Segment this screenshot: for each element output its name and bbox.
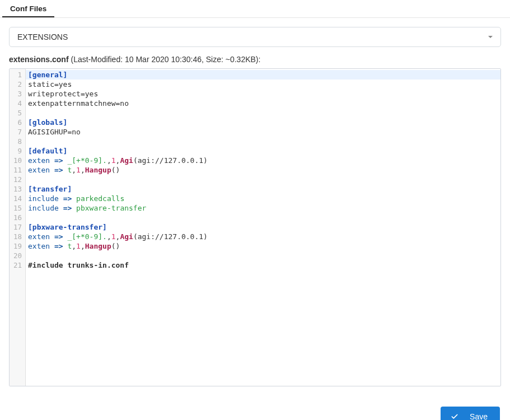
code-line[interactable] [26,108,500,118]
code-token: 1 [76,166,81,174]
code-line[interactable]: #include trunks-in.conf [26,260,500,270]
code-token: 1 [111,156,116,165]
line-gutter: 123456789101112131415161718192021 [10,69,26,386]
line-number: 20 [10,251,25,260]
save-button-label: Save [470,412,488,420]
code-line[interactable] [26,175,500,184]
check-icon [451,413,458,420]
code-line[interactable]: exten => t,1,Hangup() [26,241,500,251]
code-line[interactable]: writeprotect=yes [26,89,500,99]
code-line[interactable]: extenpatternmatchnew=no [26,99,500,108]
line-number: 19 [10,241,25,251]
content-area: EXTENSIONS extensions.conf (Last-Modifie… [0,18,510,395]
code-token: => [54,156,63,165]
code-token: #include trunks-in.conf [28,261,129,269]
code-token: (agi://127.0.0.1) [133,232,208,241]
code-token: [transfer] [28,185,72,193]
file-select[interactable]: EXTENSIONS [9,27,501,47]
code-token: Agi [120,156,133,165]
code-line[interactable] [26,213,500,222]
file-meta-text: (Last-Modified: 10 Mar 2020 10:30:46, Si… [69,55,261,64]
code-token: writeprotect=yes [28,90,98,98]
code-token: exten [28,166,50,174]
code-token: [pbxware-transfer] [28,223,107,231]
code-token [59,194,63,203]
code-token: 1 [76,242,81,250]
code-token: , [72,242,76,250]
save-button[interactable]: Save [441,407,500,420]
code-line[interactable]: static=yes [26,80,500,89]
file-name: extensions.conf [9,55,69,64]
code-token: exten [28,242,50,250]
code-token: 1 [111,232,116,241]
page-root: Conf Files EXTENSIONS extensions.conf (L… [0,0,510,420]
code-token: , [107,156,111,165]
line-number: 18 [10,232,25,241]
code-token: static=yes [28,80,72,88]
code-token: [globals] [28,118,67,127]
code-token: AGISIGHUP=no [28,128,81,136]
code-line[interactable]: exten => _[+*0-9].,1,Agi(agi://127.0.0.1… [26,232,500,241]
line-number: 15 [10,203,25,213]
line-number: 10 [10,156,25,165]
code-line[interactable]: exten => t,1,Hangup() [26,165,500,175]
code-line[interactable]: include => pbxware-transfer [26,203,500,213]
code-token: () [111,242,120,250]
code-line[interactable] [26,251,500,260]
code-line[interactable]: [pbxware-transfer] [26,222,500,232]
line-number: 3 [10,89,25,99]
code-token [50,166,54,174]
code-token: => [54,232,63,241]
code-line[interactable]: [globals] [26,118,500,127]
code-token [50,242,54,250]
line-number: 14 [10,194,25,203]
code-line[interactable]: exten => _[+*0-9].,1,Agi(agi://127.0.0.1… [26,156,500,165]
line-number: 21 [10,260,25,270]
code-token [59,204,63,212]
line-number: 2 [10,80,25,89]
line-number: 8 [10,137,25,146]
code-token [72,194,76,203]
code-token: exten [28,156,50,165]
code-line[interactable] [26,137,500,146]
tab-bar: Conf Files [0,0,510,18]
code-token: _[+*0-9]. [67,232,106,241]
code-token: () [111,166,120,174]
code-line[interactable]: [transfer] [26,184,500,194]
code-line[interactable]: [default] [26,146,500,156]
line-number: 13 [10,184,25,194]
tab-conf-files[interactable]: Conf Files [2,0,54,17]
code-token: extenpatternmatchnew=no [28,99,129,108]
code-token: => [63,194,72,203]
code-token: , [81,242,85,250]
code-token: include [28,194,59,203]
file-meta: extensions.conf (Last-Modified: 10 Mar 2… [9,55,501,64]
code-token: , [107,232,111,241]
line-number: 12 [10,175,25,184]
code-token: _[+*0-9]. [67,156,106,165]
code-editor[interactable]: 123456789101112131415161718192021 [gener… [9,68,501,386]
code-token: exten [28,232,50,241]
chevron-down-icon [488,36,493,38]
code-line[interactable]: include => parkedcalls [26,194,500,203]
line-number: 16 [10,213,25,222]
code-token: Agi [120,232,133,241]
code-token: , [72,166,76,174]
line-number: 6 [10,118,25,127]
code-line[interactable]: [general] [26,70,500,80]
file-select-value: EXTENSIONS [17,32,68,41]
code-token: include [28,204,59,212]
code-token: , [81,166,85,174]
tab-label: Conf Files [10,4,46,13]
code-line[interactable]: AGISIGHUP=no [26,127,500,137]
code-token: => [54,242,63,250]
code-token [72,204,76,212]
code-token: Hangup [85,242,111,250]
line-number: 1 [10,70,25,80]
code-area[interactable]: [general]static=yeswriteprotect=yesexten… [26,69,500,386]
code-token: [general] [28,71,67,79]
code-token: (agi://127.0.0.1) [133,156,208,165]
line-number: 4 [10,99,25,108]
code-token: => [54,166,63,174]
code-token [50,156,54,165]
